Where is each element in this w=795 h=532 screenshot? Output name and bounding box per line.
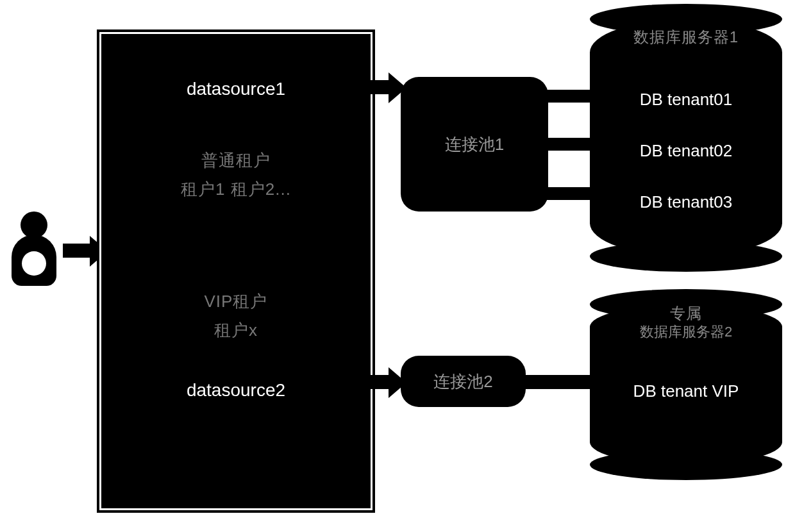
db-tenant03-label: DB tenant03: [590, 192, 782, 212]
diagram-canvas: datasource1 普通租户 租户1 租户2... VIP租户 租户x da…: [0, 0, 795, 532]
user-icon: [5, 212, 63, 295]
link-pool1-db2: [546, 138, 596, 151]
link-pool2-dbvip: [524, 375, 595, 389]
db-server2-title-line2: 数据库服务器2: [590, 322, 782, 342]
link-pool1-db3: [546, 187, 596, 200]
pool2-label: 连接池2: [433, 370, 492, 393]
db-tenant02-label: DB tenant02: [590, 141, 782, 161]
vip-tenant-title: VIP租户: [101, 290, 371, 313]
common-tenant-list: 租户1 租户2...: [101, 178, 371, 201]
connection-pool-1: 连接池1: [401, 77, 548, 212]
database-server-2: 专属 数据库服务器2 DB tenant VIP: [590, 304, 782, 465]
common-tenant-title: 普通租户: [101, 149, 371, 172]
db-server1-title: 数据库服务器1: [590, 27, 782, 47]
db-tenant-vip-label: DB tenant VIP: [590, 381, 782, 401]
db-tenant01-label: DB tenant01: [590, 90, 782, 110]
vip-tenant-list: 租户x: [101, 319, 371, 342]
datasource-router-box: datasource1 普通租户 租户1 租户2... VIP租户 租户x da…: [99, 32, 372, 510]
datasource1-label: datasource1: [101, 79, 371, 99]
link-pool1-db1: [546, 90, 596, 103]
database-server-1: 数据库服务器1 DB tenant01 DB tenant02 DB tenan…: [590, 19, 782, 256]
datasource2-label: datasource2: [101, 380, 371, 401]
connection-pool-2: 连接池2: [401, 356, 526, 407]
pool1-label: 连接池1: [445, 133, 504, 156]
db-server2-title-line1: 专属: [590, 303, 782, 324]
